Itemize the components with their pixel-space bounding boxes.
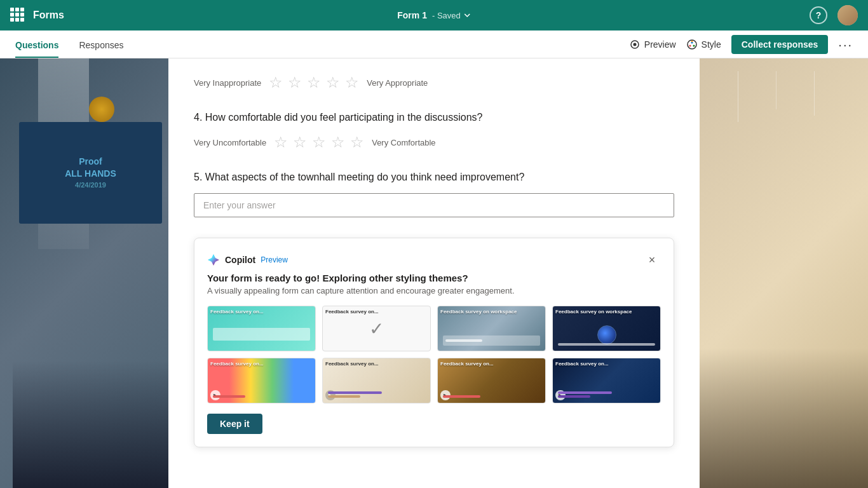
high-label-4: Very Comfortable: [372, 138, 435, 147]
low-label-3: Very Inappropriate: [194, 78, 261, 88]
svg-point-5: [689, 45, 691, 47]
rating-row-3: Very Inappropriate ☆ ☆ ☆ ☆ ☆ Very Approp…: [194, 74, 674, 92]
theme-2[interactable]: Feedback survey on... ✓: [322, 306, 431, 351]
theme-4-bar: [558, 343, 655, 346]
more-options-button[interactable]: ···: [838, 37, 853, 52]
preview-button[interactable]: Preview: [629, 39, 676, 50]
grid-icon[interactable]: [10, 8, 25, 23]
theme-6-label: Feedback survey on...: [325, 361, 415, 367]
star-group-4[interactable]: ☆ ☆ ☆ ☆ ☆: [274, 133, 364, 151]
tab-bar: Questions Responses Preview Style Collec…: [0, 30, 868, 58]
themes-grid: Feedback survey on... Feedback survey on…: [207, 306, 661, 403]
star-4-5[interactable]: ☆: [350, 133, 364, 151]
top-nav: Forms Form 1 - Saved ?: [0, 0, 868, 30]
svg-point-6: [691, 41, 692, 42]
svg-point-4: [693, 45, 695, 47]
nav-right: ?: [810, 5, 858, 25]
star-4-4[interactable]: ☆: [331, 133, 345, 151]
theme-5[interactable]: Feedback survey on... ▶: [207, 358, 316, 403]
star-4-2[interactable]: ☆: [293, 133, 307, 151]
star-3-5[interactable]: ☆: [345, 74, 359, 92]
theme-7[interactable]: Feedback survey on... ▶: [437, 358, 546, 403]
copilot-label: Copilot: [225, 255, 255, 265]
style-button[interactable]: Style: [686, 39, 721, 50]
collect-responses-button[interactable]: Collect responses: [731, 35, 829, 54]
bg-left: Proof ALL HANDS 4/24/2019: [0, 58, 168, 488]
chevron-down-icon: [463, 11, 471, 19]
star-3-2[interactable]: ☆: [288, 74, 302, 92]
copilot-header: Copilot Preview ×: [207, 251, 661, 269]
theme-1[interactable]: Feedback survey on...: [207, 306, 316, 351]
low-label-4: Very Uncomfortable: [194, 138, 266, 147]
theme-8-label: Feedback survey on...: [555, 361, 645, 367]
high-label-3: Very Appropriate: [367, 78, 428, 88]
question-4-block: 4. How comfortable did you feel particip…: [194, 112, 674, 151]
copilot-headline: Your form is ready to go! Exploring othe…: [207, 273, 661, 283]
star-4-1[interactable]: ☆: [274, 133, 288, 151]
main-area: Proof ALL HANDS 4/24/2019 Very Inappropr…: [0, 58, 868, 488]
svg-point-1: [633, 43, 636, 46]
copilot-subtext: A visually appealing form can capture at…: [207, 286, 661, 295]
rating-row-4: Very Uncomfortable ☆ ☆ ☆ ☆ ☆ Very Comfor…: [194, 133, 674, 151]
star-3-3[interactable]: ☆: [307, 74, 321, 92]
star-group-3[interactable]: ☆ ☆ ☆ ☆ ☆: [269, 74, 359, 92]
question-4-text: 4. How comfortable did you feel particip…: [194, 112, 674, 123]
user-avatar[interactable]: [837, 5, 858, 25]
form-content: Very Inappropriate ☆ ☆ ☆ ☆ ☆ Very Approp…: [168, 58, 700, 488]
tab-toolbar: Preview Style Collect responses ···: [629, 35, 853, 58]
theme-7-label: Feedback survey on...: [440, 361, 530, 367]
saved-status: - Saved: [432, 11, 471, 20]
copilot-title-row: Copilot Preview: [207, 254, 288, 266]
theme-8[interactable]: Feedback survey on... ▶: [552, 358, 661, 403]
nav-center: Form 1 - Saved: [397, 10, 471, 20]
theme-3[interactable]: Feedback survey on workspace: [437, 306, 546, 351]
star-4-3[interactable]: ☆: [312, 133, 326, 151]
question-5-text: 5. What aspects of the townhall meeting …: [194, 172, 674, 183]
tab-responses[interactable]: Responses: [79, 40, 123, 58]
theme-4[interactable]: Feedback survey on workspace: [552, 306, 661, 351]
copilot-panel: Copilot Preview × Your form is ready to …: [194, 238, 674, 447]
theme-6[interactable]: Feedback survey on... ▶: [322, 358, 431, 403]
copilot-close-button[interactable]: ×: [643, 251, 661, 269]
bg-right: [700, 58, 868, 488]
question-5-block: 5. What aspects of the townhall meeting …: [194, 172, 674, 217]
theme-2-check-icon: ✓: [369, 318, 384, 339]
theme-1-label: Feedback survey on...: [210, 309, 300, 315]
copilot-preview-badge[interactable]: Preview: [261, 255, 288, 264]
star-3-1[interactable]: ☆: [269, 74, 283, 92]
question-5-input[interactable]: [194, 193, 674, 217]
question-3-partial: Very Inappropriate ☆ ☆ ☆ ☆ ☆ Very Approp…: [194, 74, 674, 92]
star-3-4[interactable]: ☆: [326, 74, 340, 92]
style-icon: [686, 39, 698, 50]
preview-icon: [629, 39, 641, 50]
tab-questions[interactable]: Questions: [15, 40, 58, 58]
copilot-logo-icon: [207, 254, 220, 266]
keep-it-button[interactable]: Keep it: [207, 414, 262, 434]
form-title: Form 1: [397, 10, 427, 20]
theme-5-label: Feedback survey on...: [210, 361, 300, 367]
help-button[interactable]: ?: [810, 6, 827, 24]
theme-5-bar: [213, 395, 245, 398]
theme-3-label: Feedback survey on workspace: [440, 309, 530, 315]
theme-4-label: Feedback survey on workspace: [555, 309, 645, 315]
theme-2-label: Feedback survey on...: [325, 309, 415, 315]
